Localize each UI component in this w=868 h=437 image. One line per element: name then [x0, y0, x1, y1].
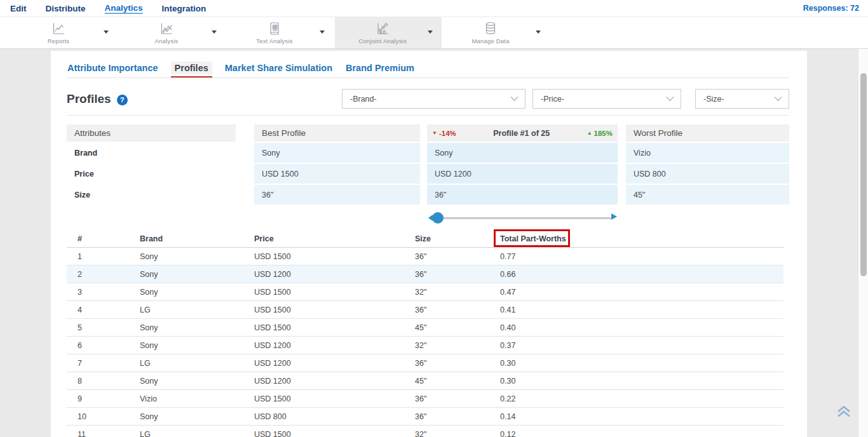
size-filter-value: -Size- — [703, 95, 724, 104]
conjoint-analysis-button[interactable]: Conjoint Analysis — [335, 17, 430, 48]
attribute-label-price: Price — [67, 164, 236, 184]
table-cell: LG — [140, 426, 151, 437]
decrease-percent: -14% — [439, 130, 456, 137]
tabs-divider — [67, 77, 789, 78]
manage-data-dropdown-caret-icon[interactable] — [536, 30, 541, 34]
chevron-down-icon — [666, 95, 674, 104]
table-cell: 1 — [78, 248, 82, 266]
brand-filter-dropdown[interactable]: -Brand- — [342, 89, 526, 109]
table-row[interactable]: 11LGUSD 150032"0.12 — [67, 426, 783, 437]
part-worths-table: # Brand Price Size Total Part-Worths 1So… — [67, 230, 783, 437]
attribute-label-size: Size — [67, 185, 236, 205]
table-cell: 0.14 — [500, 408, 515, 426]
table-cell: 11 — [78, 426, 86, 437]
table-cell: 36" — [415, 354, 426, 372]
price-filter-dropdown[interactable]: -Price- — [532, 89, 681, 109]
text-analysis-button[interactable]: Text Analysis — [227, 17, 322, 48]
manage-data-button[interactable]: Manage Data — [443, 17, 538, 48]
top-nav: Edit Distribute Analytics Integration Re… — [0, 0, 868, 17]
table-row[interactable]: 1SonyUSD 150036"0.77 — [67, 248, 783, 266]
scrollbar-thumb[interactable] — [860, 73, 867, 276]
part-worths-table-body: 1SonyUSD 150036"0.772SonyUSD 120036"0.66… — [67, 248, 783, 437]
conjoint-tabs: Attribute Importance Profiles Market Sha… — [67, 62, 415, 74]
scroll-to-top-button[interactable] — [836, 404, 852, 422]
analysis-dropdown-caret-icon[interactable] — [212, 30, 217, 34]
table-cell: 0.40 — [500, 319, 515, 337]
chevron-down-icon — [774, 95, 782, 104]
table-cell: 10 — [78, 408, 86, 426]
table-header-row: # Brand Price Size Total Part-Worths — [67, 230, 783, 248]
nav-item-edit[interactable]: Edit — [10, 4, 27, 13]
table-row[interactable]: 6SonyUSD 120032"0.37 — [67, 337, 783, 354]
table-cell: 32" — [415, 337, 426, 354]
table-cell: 0.77 — [500, 248, 515, 266]
price-filter-value: -Price- — [541, 95, 564, 104]
best-profile-size: 36" — [254, 185, 420, 205]
table-cell: 36" — [415, 408, 426, 426]
table-cell: 0.30 — [500, 372, 515, 390]
table-cell: 0.66 — [500, 266, 515, 283]
table-cell: 9 — [78, 390, 82, 408]
conjoint-analysis-dropdown-caret-icon[interactable] — [428, 30, 433, 34]
analysis-button[interactable]: Analysis — [119, 17, 214, 48]
table-cell: 4 — [78, 301, 82, 319]
database-icon — [483, 21, 498, 36]
table-row[interactable]: 4LGUSD 150036"0.41 — [67, 301, 783, 319]
table-row[interactable]: 9VizioUSD 150036"0.22 — [67, 390, 783, 408]
slider-next-arrow-icon[interactable] — [611, 213, 617, 220]
table-cell: LG — [140, 354, 151, 372]
profile-slider-track[interactable] — [437, 217, 611, 219]
page-header: Profiles ? — [67, 92, 128, 106]
table-row[interactable]: 3SonyUSD 150032"0.47 — [67, 283, 783, 301]
table-cell: USD 1500 — [254, 319, 291, 337]
tab-market-share-simulation[interactable]: Market Share Simulation — [224, 62, 333, 74]
table-cell: USD 800 — [254, 408, 287, 426]
table-row[interactable]: 5SonyUSD 150045"0.40 — [67, 319, 783, 337]
tab-profiles[interactable]: Profiles — [171, 62, 212, 74]
table-row[interactable]: 8SonyUSD 120045"0.30 — [67, 372, 783, 390]
responses-count[interactable]: Responses: 72 — [803, 4, 868, 13]
column-header-number: # — [78, 230, 82, 248]
table-cell: USD 1500 — [254, 248, 291, 266]
help-icon[interactable]: ? — [117, 95, 128, 105]
worst-profile-size: 45" — [626, 185, 789, 205]
table-cell: Sony — [140, 337, 158, 354]
tab-attribute-importance[interactable]: Attribute Importance — [67, 62, 159, 74]
reports-button[interactable]: Reports — [11, 17, 106, 48]
conjoint-chart-icon — [375, 21, 390, 36]
reports-dropdown-caret-icon[interactable] — [104, 30, 109, 34]
toolbar-group-text-analysis: Text Analysis — [227, 17, 334, 48]
table-row[interactable]: 10SonyUSD 80036"0.14 — [67, 408, 783, 426]
nav-item-distribute[interactable]: Distribute — [46, 4, 86, 13]
table-cell: 6 — [78, 337, 82, 354]
table-cell: 0.47 — [500, 283, 515, 301]
vertical-scrollbar[interactable] — [858, 49, 868, 437]
table-cell: 45" — [415, 372, 426, 390]
best-profile-brand: Sony — [254, 143, 420, 163]
table-cell: Sony — [140, 408, 158, 426]
analytics-toolbar: Reports Analysis — [0, 17, 868, 49]
tab-brand-premium[interactable]: Brand Premium — [345, 62, 415, 74]
table-cell: 45" — [415, 319, 426, 337]
line-chart-icon — [51, 21, 66, 36]
table-row[interactable]: 7LGUSD 120036"0.30 — [67, 354, 783, 372]
toolbar-group-manage-data: Manage Data — [443, 17, 550, 48]
page-title: Profiles — [67, 92, 111, 106]
toolbar-item-label: Analysis — [155, 37, 179, 44]
increase-percent: 185% — [594, 130, 613, 137]
table-cell: 32" — [415, 426, 426, 437]
current-profile-price: USD 1200 — [427, 164, 618, 184]
profile-slider-handle[interactable] — [432, 212, 444, 224]
table-row[interactable]: 2SonyUSD 120036"0.66 — [67, 266, 783, 283]
size-filter-dropdown[interactable]: -Size- — [695, 89, 789, 109]
profile-increase-badge: ▲ 185% — [587, 130, 613, 137]
toolbar-item-label: Reports — [48, 37, 70, 44]
toolbar-item-label: Text Analysis — [256, 37, 293, 44]
text-analysis-dropdown-caret-icon[interactable] — [320, 30, 325, 34]
nav-item-analytics[interactable]: Analytics — [105, 3, 143, 14]
nav-item-integration[interactable]: Integration — [162, 4, 207, 13]
double-chevron-up-icon — [836, 410, 852, 421]
table-cell: Sony — [140, 248, 158, 266]
table-cell: 0.12 — [500, 426, 515, 437]
triangle-down-icon: ▼ — [432, 130, 437, 136]
